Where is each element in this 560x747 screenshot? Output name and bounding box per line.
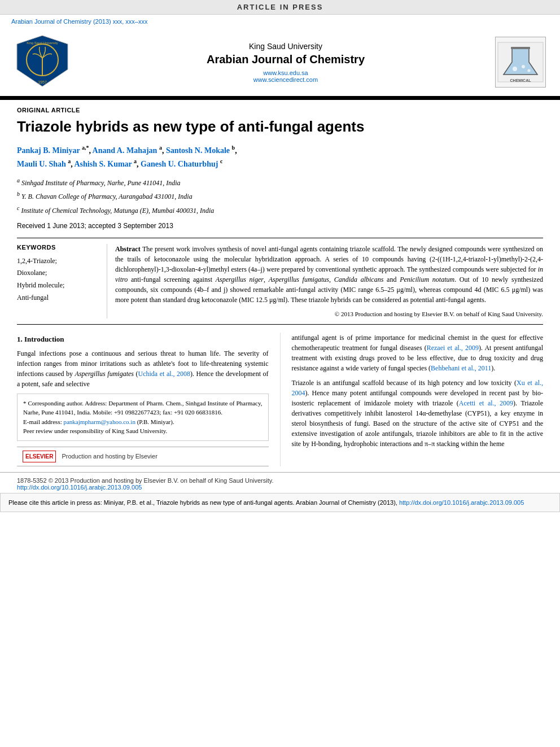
elsevier-logo: ELSEVIER	[23, 451, 56, 462]
affiliation-a: a Sinhgad Institute of Pharmacy, Narhe, …	[17, 176, 543, 189]
journal-header: 1957 King Saud University King Saud Univ…	[0, 28, 560, 98]
university-name: King Saud University	[79, 42, 492, 51]
article-title: Triazole hybrids as new type of anti-fun…	[17, 118, 543, 136]
main-content: ORIGINAL ARTICLE Triazole hybrids as new…	[0, 100, 560, 472]
affiliation-b: b Y. B. Chavan College of Pharmacy, Aura…	[17, 190, 543, 202]
header-center: King Saud University Arabian Journal of …	[79, 42, 492, 83]
abstract-content: Abstract The present work involves synth…	[107, 244, 543, 319]
intro-para-3: Triazole is an antifungal scaffold becau…	[292, 378, 544, 449]
header-urls: www.ksu.edu.sa www.sciencedirect.com	[79, 69, 492, 83]
footer-doi[interactable]: http://dx.doi.org/10.1016/j.arabjc.2013.…	[17, 484, 543, 491]
abstract-section: KEYWORDS 1,2,4-Triazole; Dioxolane; Hybr…	[17, 238, 543, 325]
elsevier-text: Production and hosting by Elsevier	[62, 452, 157, 461]
ksu-logo: 1957 King Saud University	[11, 33, 79, 91]
abstract-text: Abstract The present work involves synth…	[115, 244, 543, 305]
abstract-copyright: © 2013 Production and hosting by Elsevie…	[115, 309, 543, 319]
author-mauli: Mauli U. Shah a,	[17, 160, 73, 168]
chemical-logo-box: CHEMICAL	[495, 37, 546, 88]
author-ashish: Ashish S. Kumar a,	[74, 160, 138, 168]
svg-point-7	[522, 65, 525, 68]
citation-doi-link[interactable]: http://dx.doi.org/10.1016/j.arabjc.2013.…	[399, 499, 524, 506]
article-type-label: ORIGINAL ARTICLE	[17, 107, 543, 113]
keywords-title: KEYWORDS	[17, 244, 99, 251]
article-in-press-banner: ARTICLE IN PRESS	[0, 0, 560, 15]
authors-line: Pankaj B. Miniyar a,*, Anand A. Mahajan …	[17, 143, 543, 171]
svg-point-6	[513, 67, 517, 71]
svg-text:CHEMICAL: CHEMICAL	[510, 78, 532, 82]
chemical-logo: CHEMICAL	[492, 37, 549, 88]
body-col-left: 1. Introduction Fungal infections pose a…	[17, 333, 269, 466]
column-divider	[280, 333, 281, 466]
intro-para-2: antifungal agent is of prime importance …	[292, 333, 544, 373]
elsevier-footer: ELSEVIER Production and hosting by Elsev…	[17, 447, 269, 466]
keyword-hybrid: Hybrid molecule;	[17, 279, 99, 292]
keywords-box: KEYWORDS 1,2,4-Triazole; Dioxolane; Hybr…	[17, 244, 107, 319]
url1[interactable]: www.ksu.edu.sa	[79, 69, 492, 76]
author-pankaj: Pankaj B. Miniyar a,*,	[17, 146, 91, 155]
affiliation-c: c Institute of Chemical Technology, Matu…	[17, 204, 543, 216]
abstract-label: Abstract	[115, 245, 141, 253]
author-santosh: Santosh N. Mokale b,	[166, 146, 237, 155]
affiliations: a Sinhgad Institute of Pharmacy, Narhe, …	[17, 176, 543, 216]
author-anand: Anand A. Mahajan a,	[93, 146, 164, 155]
svg-text:1957: 1957	[38, 80, 47, 84]
page-footer: 1878-5352 © 2013 Production and hosting …	[0, 472, 560, 493]
intro-para-1: Fungal infections pose a continuous and …	[17, 348, 269, 389]
keyword-triazole: 1,2,4-Triazole;	[17, 255, 99, 268]
keyword-antifungal: Anti-fungal	[17, 292, 99, 304]
keywords-list: 1,2,4-Triazole; Dioxolane; Hybrid molecu…	[17, 255, 99, 304]
received-dates: Received 1 June 2013; accepted 3 Septemb…	[17, 222, 543, 230]
keyword-dioxolane: Dioxolane;	[17, 267, 99, 279]
footer-issn: 1878-5352 © 2013 Production and hosting …	[17, 477, 543, 484]
author-ganesh: Ganesh U. Chaturbhuj c	[141, 160, 222, 168]
url2[interactable]: www.sciencedirect.com	[79, 76, 492, 83]
footnote-box: * Corresponding author. Address: Departm…	[17, 394, 269, 441]
intro-heading: 1. Introduction	[17, 334, 269, 345]
svg-point-8	[528, 69, 531, 72]
svg-text:King Saud University: King Saud University	[27, 41, 58, 45]
footnote-text: * Corresponding author. Address: Departm…	[23, 399, 262, 436]
body-columns: 1. Introduction Fungal infections pose a…	[17, 333, 543, 466]
journal-title: Arabian Journal of Chemistry	[79, 53, 492, 66]
citation-note: Please cite this article in press as: Mi…	[0, 493, 560, 513]
svg-rect-5	[511, 47, 530, 49]
citation-text: Please cite this article in press as: Mi…	[8, 499, 399, 506]
body-col-right: antifungal agent is of prime importance …	[292, 333, 544, 466]
journal-citation: Arabian Journal of Chemistry (2013) xxx,…	[0, 15, 560, 28]
